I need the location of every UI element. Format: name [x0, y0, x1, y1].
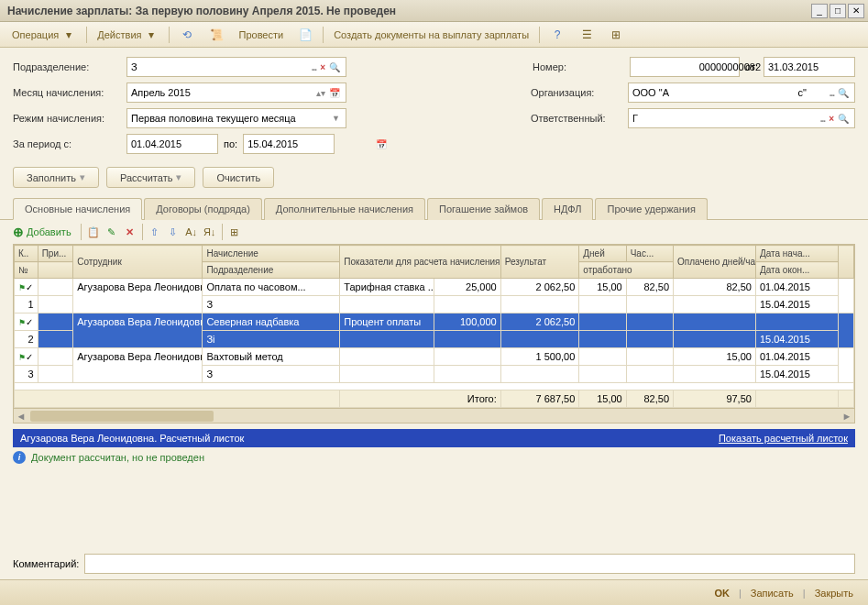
cell-indicator-value[interactable]	[434, 348, 500, 366]
mode-field[interactable]: ▼	[126, 108, 346, 128]
clear-button[interactable]: Очистить	[203, 167, 274, 188]
search-icon[interactable]: 🔍	[836, 88, 851, 98]
edit-button[interactable]: ✎	[104, 224, 120, 240]
row-marker[interactable]: ⚑✓	[15, 314, 38, 331]
maximize-button[interactable]: □	[830, 4, 846, 18]
cell-num[interactable]: 1	[15, 296, 38, 314]
cell-employee[interactable]: Агузарова Вера Леонидовна	[73, 279, 203, 314]
cell-employee[interactable]: Агузарова Вера Леонидовна	[73, 348, 203, 383]
subdivision-field[interactable]: ... × 🔍	[126, 57, 346, 77]
table-row[interactable]: ⚑✓ Агузарова Вера Леонидовна Оплата по ч…	[15, 279, 854, 296]
select-button[interactable]: ...	[828, 88, 836, 98]
cell-subdivision[interactable]: З	[203, 296, 340, 314]
scroll-left-icon[interactable]: ◄	[14, 411, 28, 422]
spinner-icon[interactable]: ▴▾	[314, 88, 327, 98]
col-indicators[interactable]: Показатели для расчета начисления	[340, 246, 501, 279]
cell-ind2[interactable]	[340, 296, 434, 314]
cell-days2[interactable]	[579, 366, 626, 383]
col-paid[interactable]: Оплачено дней/часов	[674, 246, 756, 279]
col-pri2[interactable]	[38, 262, 73, 279]
cell-pri2[interactable]	[38, 296, 73, 314]
period-from-input[interactable]	[131, 138, 258, 149]
cell-result[interactable]: 2 062,50	[500, 279, 579, 296]
col-employee[interactable]: Сотрудник	[73, 246, 203, 279]
period-to-input[interactable]	[247, 138, 374, 149]
add-row-button[interactable]: ⊕Добавить	[13, 225, 71, 239]
cell-subdivision[interactable]: Зі	[203, 331, 340, 348]
cell-res2[interactable]	[500, 296, 579, 314]
tab-main-accruals[interactable]: Основные начисления	[13, 198, 142, 220]
col-num[interactable]: №	[15, 262, 38, 279]
col-days[interactable]: Дней	[579, 246, 626, 262]
cell-paid2[interactable]	[674, 296, 756, 314]
minimize-button[interactable]: _	[811, 4, 828, 18]
org-field[interactable]: ... 🔍	[628, 82, 855, 103]
subdivision-input[interactable]	[131, 61, 310, 72]
mode-input[interactable]	[131, 113, 330, 124]
cell-result[interactable]: 2 062,50	[500, 314, 579, 331]
month-input[interactable]	[131, 87, 314, 98]
post-button[interactable]: Провести	[232, 26, 290, 44]
cell-accrual[interactable]: Оплата по часовом...	[203, 279, 340, 296]
dropdown-icon[interactable]: ▼	[330, 114, 342, 123]
cell-pri2[interactable]	[38, 366, 73, 383]
period-from-field[interactable]: 📅	[126, 134, 218, 154]
col-accrual[interactable]: Начисление	[203, 246, 340, 262]
move-up-button[interactable]: ⇧	[147, 224, 163, 240]
sort-asc-button[interactable]: A↓	[183, 224, 200, 240]
show-payslip-link[interactable]: Показать расчетный листок	[719, 433, 848, 444]
cell-indval2[interactable]	[434, 296, 500, 314]
cell-num[interactable]: 2	[15, 331, 38, 348]
cell-date-start[interactable]	[755, 314, 838, 331]
fill-button[interactable]: Заполнить ▾	[13, 167, 99, 188]
number-input[interactable]	[634, 61, 761, 72]
cell-days[interactable]: 15,00	[579, 279, 626, 296]
date-field[interactable]: 📅	[764, 57, 855, 77]
col-result[interactable]: Результат	[500, 246, 579, 279]
date-input[interactable]	[768, 61, 868, 72]
cell-res2[interactable]	[500, 331, 579, 348]
tab-ndfl[interactable]: НДФЛ	[542, 198, 593, 220]
cell-indicator-value[interactable]: 25,000	[434, 279, 500, 296]
calc-button[interactable]: Рассчитать ▾	[106, 167, 195, 188]
actions-menu[interactable]: Действия ▾	[91, 24, 165, 46]
move-down-button[interactable]: ⇩	[165, 224, 181, 240]
cell-date-start[interactable]: 01.04.2015	[755, 348, 838, 366]
cell-pri[interactable]	[38, 348, 73, 366]
comment-input[interactable]	[84, 554, 855, 574]
search-icon[interactable]: 🔍	[836, 114, 851, 124]
cell-date-start[interactable]: 01.04.2015	[755, 279, 838, 296]
calendar-icon[interactable]: 📅	[374, 139, 389, 149]
copy-button[interactable]: 📋	[85, 224, 102, 240]
cell-ind2[interactable]	[340, 366, 434, 383]
col-hours[interactable]: Час...	[626, 246, 673, 262]
col-worked[interactable]: отработано	[579, 262, 674, 279]
cell-subdivision[interactable]: З	[203, 366, 340, 383]
close-button[interactable]: ✕	[848, 4, 864, 18]
period-to-field[interactable]: 📅	[243, 134, 335, 154]
cell-ind2[interactable]	[340, 331, 434, 348]
cell-pri[interactable]	[38, 279, 73, 296]
refresh-button[interactable]: ⟲	[173, 24, 201, 46]
cell-paid2[interactable]	[674, 331, 756, 348]
scroll-right-icon[interactable]: ►	[840, 411, 854, 422]
cell-hours2[interactable]	[626, 366, 673, 383]
cell-indicator-name[interactable]: Тарифная ставка ...	[340, 279, 434, 296]
month-field[interactable]: ▴▾ 📅	[126, 82, 346, 103]
select-button[interactable]: ...	[819, 114, 827, 124]
accruals-grid[interactable]: К.. При... Сотрудник Начисление Показате…	[14, 245, 854, 408]
col-pri[interactable]: При...	[38, 246, 73, 262]
save-button[interactable]: Записать	[745, 586, 799, 600]
cell-paid2[interactable]	[674, 366, 756, 383]
horizontal-scrollbar[interactable]: ◄ ►	[13, 409, 855, 424]
cell-indicator-value[interactable]: 100,000	[434, 314, 500, 331]
tab-other-deductions[interactable]: Прочие удержания	[595, 198, 707, 220]
cell-accrual[interactable]: Северная надбавка	[203, 314, 340, 331]
row-marker[interactable]: ⚑✓	[15, 279, 38, 296]
cell-accrual[interactable]: Вахтовый метод	[203, 348, 340, 366]
cell-hours[interactable]	[626, 348, 673, 366]
cell-paid[interactable]	[674, 314, 756, 331]
cell-pri[interactable]	[38, 314, 73, 331]
scroll-thumb[interactable]	[30, 411, 214, 422]
resp-input[interactable]	[632, 113, 819, 124]
